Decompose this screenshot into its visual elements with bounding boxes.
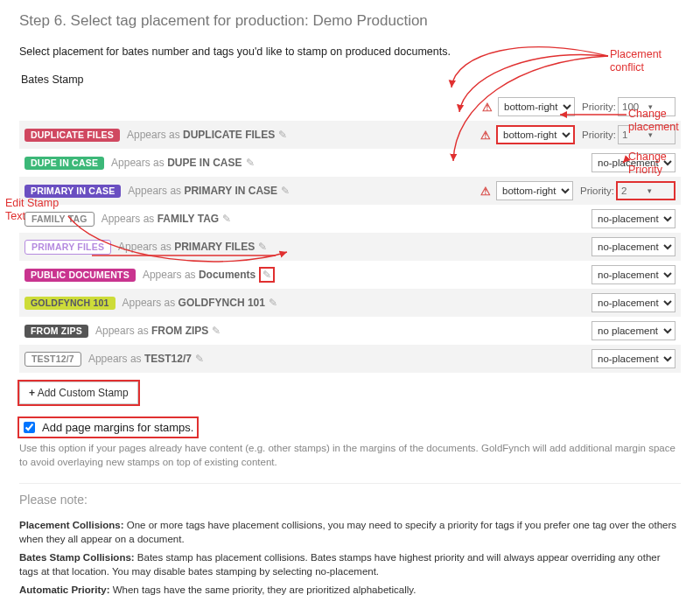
priority-select[interactable]: 2▾: [616, 181, 676, 200]
tag-badge: PRIMARY FILES: [24, 240, 111, 255]
add-margins-label: Add page margins for stamps.: [42, 421, 193, 434]
tag-row: FROM ZIPSAppears as FROM ZIPS✎no placeme…: [19, 317, 681, 345]
intro-text: Select placement for bates number and ta…: [19, 46, 681, 58]
warning-icon: ⚠: [482, 101, 493, 114]
edit-stamp-icon[interactable]: ✎: [281, 185, 290, 197]
add-custom-stamp-button[interactable]: + Add Custom Stamp: [19, 382, 138, 404]
placement-select[interactable]: no-placement: [592, 209, 676, 228]
edit-stamp-icon[interactable]: ✎: [212, 325, 220, 337]
add-margins-help: Use this option if your pages already ha…: [19, 441, 681, 469]
tag-badge: DUPLICATE FILES: [24, 129, 120, 142]
priority-label: Priority:: [580, 186, 614, 196]
placement-select[interactable]: no-placement: [592, 349, 676, 368]
tag-badge: DUPE IN CASE: [24, 157, 104, 170]
edit-stamp-icon[interactable]: ✎: [269, 297, 277, 309]
tag-badge: FAMILY TAG: [24, 212, 94, 227]
appears-as-text: Appears as PRIMARY IN CASE: [128, 185, 277, 197]
tag-row: GOLDFYNCH 101Appears as GOLDFYNCH 101✎no…: [19, 289, 681, 317]
warning-icon: ⚠: [480, 129, 491, 142]
placement-select[interactable]: no-placement: [592, 265, 676, 284]
warning-icon: ⚠: [480, 185, 491, 198]
step-title: Step 6. Select tag placement for product…: [19, 12, 681, 30]
placement-select[interactable]: bottom-right: [496, 125, 575, 144]
bates-heading: Bates Stamp: [21, 74, 681, 86]
placement-select[interactable]: no-placement: [592, 293, 676, 312]
tag-badge: FROM ZIPS: [24, 325, 88, 338]
tag-row: FAMILY TAGAppears as FAMILY TAG✎no-place…: [19, 205, 681, 233]
tag-row: PRIMARY IN CASEAppears as PRIMARY IN CAS…: [19, 177, 681, 205]
edit-stamp-icon[interactable]: ✎: [222, 213, 231, 225]
appears-as-text: Appears as TEST12/7: [88, 353, 192, 365]
tag-row: TEST12/7Appears as TEST12/7✎no-placement: [19, 345, 681, 373]
edit-stamp-icon[interactable]: ✎: [259, 267, 275, 283]
notes-block: Placement Collisions: One or more tags h…: [19, 519, 681, 595]
appears-as-text: Appears as FAMILY TAG: [102, 213, 220, 225]
edit-stamp-icon[interactable]: ✎: [258, 241, 267, 253]
bates-row: ⚠ bottom-right Priority: 100▾: [19, 93, 681, 121]
priority-label: Priority:: [582, 130, 616, 140]
tag-badge: PRIMARY IN CASE: [24, 185, 121, 198]
placement-select[interactable]: no placement: [592, 321, 676, 340]
edit-stamp-icon[interactable]: ✎: [278, 129, 287, 141]
placement-select[interactable]: no-placement: [592, 153, 676, 172]
bates-priority-select[interactable]: 100▾: [618, 97, 676, 116]
tag-badge: TEST12/7: [24, 352, 81, 367]
appears-as-text: Appears as PRIMARY FILES: [118, 241, 255, 253]
edit-stamp-icon[interactable]: ✎: [246, 157, 255, 169]
priority-select[interactable]: 1▾: [618, 125, 676, 144]
add-margins-checkbox[interactable]: [24, 422, 35, 433]
tag-row: DUPE IN CASEAppears as DUPE IN CASE✎no-p…: [19, 149, 681, 177]
edit-stamp-icon[interactable]: ✎: [195, 353, 204, 365]
tag-badge: GOLDFYNCH 101: [24, 297, 116, 310]
appears-as-text: Appears as DUPE IN CASE: [111, 157, 242, 169]
tag-row: PRIMARY FILESAppears as PRIMARY FILES✎no…: [19, 233, 681, 261]
appears-as-text: Appears as Documents: [143, 269, 256, 281]
bates-placement-select[interactable]: bottom-right: [498, 97, 575, 116]
appears-as-text: Appears as FROM ZIPS: [95, 325, 208, 337]
tag-row: DUPLICATE FILESAppears as DUPLICATE FILE…: [19, 121, 681, 149]
priority-label: Priority:: [582, 102, 616, 112]
tag-row: PUBLIC DOCUMENTSAppears as Documents✎no-…: [19, 261, 681, 289]
appears-as-text: Appears as DUPLICATE FILES: [127, 129, 275, 141]
tag-badge: PUBLIC DOCUMENTS: [24, 269, 136, 282]
placement-select[interactable]: bottom-right: [496, 181, 573, 200]
please-note-heading: Please note:: [19, 493, 681, 507]
appears-as-text: Appears as GOLDFYNCH 101: [122, 297, 265, 309]
placement-select[interactable]: no-placement: [592, 237, 676, 256]
